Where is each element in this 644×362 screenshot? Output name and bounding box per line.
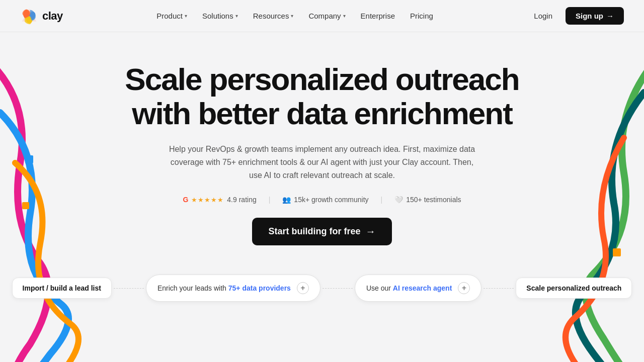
- research-text: Use our AI research agent: [366, 284, 452, 292]
- rating-text: 4.9 rating: [227, 196, 256, 204]
- nav-resources[interactable]: Resources ▾: [247, 9, 300, 23]
- logo-link[interactable]: clay: [20, 7, 63, 25]
- hero-stats: G ★★★★★ 4.9 rating | 👥 15k+ growth commu…: [10, 196, 634, 204]
- connector-1: [114, 288, 144, 289]
- nav-solutions[interactable]: Solutions ▾: [196, 9, 244, 23]
- testimonials-text: 150+ testimonials: [406, 196, 461, 204]
- scale-outreach-card[interactable]: Scale personalized outreach: [516, 278, 632, 299]
- nav-pricing[interactable]: Pricing: [404, 9, 439, 23]
- clay-logo-icon: [20, 7, 38, 25]
- research-agent-pill[interactable]: Use our AI research agent +: [355, 275, 481, 302]
- signup-button[interactable]: Sign up →: [566, 7, 624, 25]
- logo-text: clay: [42, 10, 63, 23]
- nav-product[interactable]: Product ▾: [150, 9, 193, 23]
- nav-actions: Login Sign up →: [527, 7, 624, 25]
- nav-links: Product ▾ Solutions ▾ Resources ▾ Compan…: [150, 9, 439, 23]
- stat-divider: |: [269, 196, 271, 204]
- chevron-down-icon: ▾: [343, 13, 346, 19]
- research-expand-button[interactable]: +: [458, 282, 470, 294]
- cta-button[interactable]: Start building for free →: [252, 218, 391, 245]
- research-link: AI research agent: [393, 284, 452, 292]
- hero-title: Scale personalized outreach with better …: [96, 62, 548, 131]
- enrich-text: Enrich your leads with 75+ data provider…: [157, 284, 291, 292]
- navbar: clay Product ▾ Solutions ▾ Resources ▾ C…: [0, 0, 644, 32]
- people-icon: 👥: [282, 196, 291, 204]
- flow-row: Import / build a lead list Enrich your l…: [10, 275, 634, 302]
- rating-stat: G ★★★★★ 4.9 rating: [183, 196, 256, 204]
- chevron-down-icon: ▾: [235, 13, 238, 19]
- hero-subtitle: Help your RevOps & growth teams implemen…: [166, 143, 478, 182]
- hero-content: Scale personalized outreach with better …: [10, 62, 634, 302]
- stat-divider-2: |: [381, 196, 383, 204]
- stars-icon: ★★★★★: [191, 196, 224, 204]
- arrow-right-icon: →: [366, 226, 376, 237]
- g2-icon: G: [183, 196, 188, 204]
- community-text: 15k+ growth community: [294, 196, 368, 204]
- enrich-link: 75+ data providers: [228, 284, 291, 292]
- enrich-expand-button[interactable]: +: [297, 282, 309, 294]
- testimonials-stat: 🤍 150+ testimonials: [394, 196, 461, 204]
- hero-section: Scale personalized outreach with better …: [0, 32, 644, 362]
- import-lead-list-card[interactable]: Import / build a lead list: [12, 278, 112, 299]
- connector-2: [323, 288, 353, 289]
- connector-3: [484, 288, 514, 289]
- chevron-down-icon: ▾: [185, 13, 187, 19]
- heart-icon: 🤍: [394, 196, 403, 204]
- arrow-right-icon: →: [606, 12, 614, 20]
- nav-enterprise[interactable]: Enterprise: [355, 9, 401, 23]
- enrich-leads-pill[interactable]: Enrich your leads with 75+ data provider…: [146, 275, 320, 302]
- login-button[interactable]: Login: [527, 9, 559, 23]
- nav-company[interactable]: Company ▾: [302, 9, 351, 23]
- chevron-down-icon: ▾: [291, 13, 293, 19]
- community-stat: 👥 15k+ growth community: [282, 196, 368, 204]
